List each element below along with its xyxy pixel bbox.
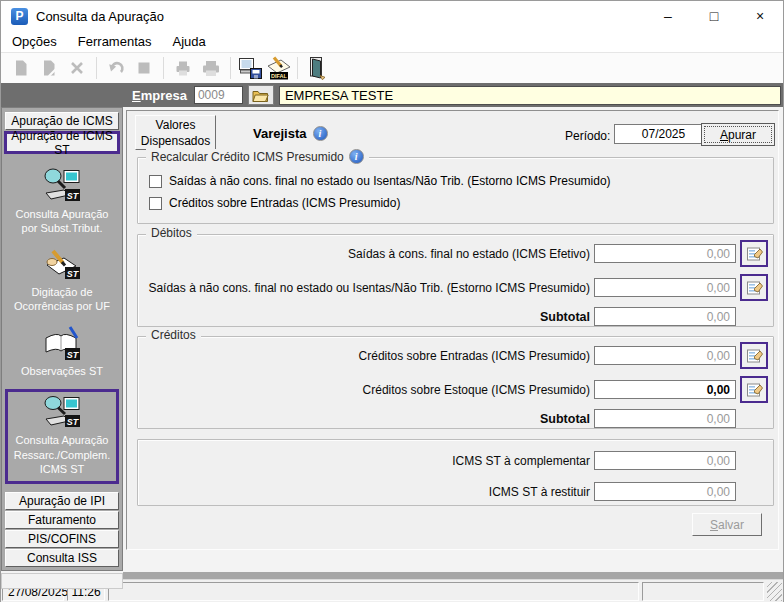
- form-hand-icon: [746, 245, 763, 262]
- toolbar-separator: [163, 57, 164, 79]
- menu-opcoes[interactable]: Opções: [10, 33, 59, 50]
- open-company-button[interactable]: [248, 85, 274, 105]
- creditos-estoque-input[interactable]: 0,00: [594, 380, 736, 399]
- profile-label: Varejista: [253, 126, 307, 141]
- computer-search-st-icon: ST: [40, 167, 84, 205]
- totals-group: ICMS ST à complementar 0,00 ICMS ST à re…: [137, 439, 774, 506]
- difal-icon[interactable]: DIFAL: [264, 55, 292, 81]
- folder-open-icon: [252, 89, 269, 102]
- debitos-saidas-cons-final-input[interactable]: 0,00: [594, 244, 736, 263]
- sidebar: Apuração de ICMS Apuração de ICMS ST ST …: [1, 107, 123, 571]
- sidebar-item-observacoes-st[interactable]: ST Observações ST: [4, 326, 120, 378]
- edit-document-icon: [35, 55, 63, 81]
- empresa-label: Empresa: [132, 88, 187, 103]
- sidebar-item-digitacao-ocorrencias[interactable]: ST Digitação de Ocorrências por UF: [4, 249, 120, 314]
- empresa-code-input[interactable]: 0009: [194, 86, 243, 104]
- status-right-panel: [642, 582, 764, 601]
- print-large-icon: [197, 55, 225, 81]
- icms-st-restituir-input: 0,00: [594, 482, 736, 501]
- content-area: Apuração de ICMS Apuração de ICMS ST ST …: [1, 107, 783, 579]
- info-icon[interactable]: [313, 126, 328, 141]
- debitos-detail-button-2[interactable]: [740, 274, 768, 301]
- sidebar-tab-apuracao-ipi[interactable]: Apuração de IPI: [5, 492, 119, 510]
- toolbar-separator: [297, 57, 298, 79]
- salvar-button[interactable]: Salvar: [692, 513, 762, 536]
- debitos-group: Débitos Saídas à cons. final no estado (…: [137, 234, 774, 327]
- debitos-saidas-nao-cons-input[interactable]: 0,00: [594, 278, 736, 297]
- sidebar-tab-consulta-iss[interactable]: Consulta ISS: [5, 549, 119, 567]
- delete-icon: [63, 55, 91, 81]
- debitos-subtotal-input: 0,00: [594, 307, 736, 326]
- sidebar-tab-apuracao-icms-st-selected[interactable]: Apuração de ICMS ST: [4, 131, 120, 154]
- form-hand-icon: [746, 347, 763, 364]
- menu-bar: Opções Ferramentas Ajuda: [1, 31, 783, 53]
- sidebar-item-label: Consulta Apuração Ressarc./Complem. ICMS…: [14, 433, 111, 476]
- sidebar-item-label: Observações ST: [21, 364, 103, 378]
- resize-grip[interactable]: [767, 582, 782, 601]
- icms-st-complementar-input: 0,00: [594, 451, 736, 470]
- bottom-strip: [123, 572, 783, 579]
- toolbar: DIFAL: [1, 53, 783, 83]
- period-label: Período:: [565, 129, 610, 143]
- svg-text:ST: ST: [67, 191, 80, 201]
- recalc-group: Recalcular Crédito ICMS Presumido Saídas…: [137, 157, 774, 224]
- undo-icon: [102, 55, 130, 81]
- form-hand-icon: [746, 381, 763, 398]
- svg-text:ST: ST: [67, 268, 80, 278]
- creditos-group: Créditos Créditos sobre Entradas (ICMS P…: [137, 336, 774, 429]
- creditos-entradas-input[interactable]: 0,00: [594, 346, 736, 365]
- print-icon: [169, 55, 197, 81]
- app-icon: P: [11, 8, 28, 25]
- debitos-group-title: Débitos: [151, 226, 192, 240]
- period-input[interactable]: 07/2025: [614, 124, 713, 144]
- svg-text:ST: ST: [67, 417, 80, 427]
- window-title: Consulta da Apuração: [36, 9, 164, 24]
- toolbar-separator: [96, 57, 97, 79]
- svg-text:ST: ST: [67, 350, 80, 360]
- menu-ferramentas[interactable]: Ferramentas: [76, 33, 154, 50]
- empresa-name-field: EMPRESA TESTE: [279, 86, 781, 105]
- recalc-group-title: Recalcular Crédito ICMS Presumido: [151, 150, 344, 164]
- empresa-band: Empresa 0009 EMPRESA TESTE: [1, 83, 783, 107]
- checkbox-creditos-entradas[interactable]: [149, 197, 162, 210]
- app-window: P Consulta da Apuração – □ × Opções Ferr…: [0, 0, 784, 602]
- checkbox-estorno-icms-presumido[interactable]: [149, 175, 162, 188]
- sidebar-item-label: Consulta Apuração por Subst.Tribut.: [16, 207, 109, 236]
- main-panel: Valores Dispensados Varejista Período: 0…: [126, 110, 779, 550]
- creditos-group-title: Créditos: [151, 328, 196, 342]
- stop-icon: [130, 55, 158, 81]
- write-st-icon: ST: [40, 249, 84, 283]
- sidebar-bottom-panel: [1, 573, 123, 589]
- maximize-button[interactable]: □: [691, 1, 737, 31]
- checkbox-label: Créditos sobre Entradas (ICMS Presumido): [169, 196, 400, 210]
- sidebar-tab-faturamento[interactable]: Faturamento: [5, 511, 119, 529]
- computer-search-st-icon: ST: [40, 395, 84, 431]
- title-bar: P Consulta da Apuração – □ ×: [1, 1, 783, 31]
- new-document-icon: [7, 55, 35, 81]
- sidebar-tab-apuracao-icms[interactable]: Apuração de ICMS: [5, 112, 119, 130]
- sidebar-tab-apuracao-icms-st[interactable]: Apuração de ICMS ST: [7, 134, 117, 151]
- form-hand-icon: [746, 279, 763, 296]
- sidebar-tab-pis-cofins[interactable]: PIS/COFINS: [5, 530, 119, 548]
- toolbar-separator: [230, 57, 231, 79]
- close-button[interactable]: ×: [737, 1, 783, 31]
- creditos-detail-button-2[interactable]: [740, 376, 768, 403]
- export-computer-icon[interactable]: [236, 55, 264, 81]
- svg-text:DIFAL: DIFAL: [271, 73, 288, 79]
- minimize-button[interactable]: –: [645, 1, 691, 31]
- valores-dispensados-button[interactable]: Valores Dispensados: [135, 115, 216, 150]
- sidebar-item-consulta-subst-tribut[interactable]: ST Consulta Apuração por Subst.Tribut.: [4, 167, 120, 236]
- book-st-icon: ST: [40, 326, 84, 362]
- info-icon[interactable]: [349, 149, 364, 164]
- creditos-subtotal-input: 0,00: [594, 409, 736, 428]
- debitos-detail-button-1[interactable]: [740, 240, 768, 267]
- sidebar-item-consulta-ressarc-complem-selected[interactable]: ST Consulta Apuração Ressarc./Complem. I…: [5, 389, 119, 484]
- menu-ajuda[interactable]: Ajuda: [171, 33, 208, 50]
- apurar-button[interactable]: Apurar: [701, 123, 775, 146]
- exit-door-icon[interactable]: [303, 55, 331, 81]
- creditos-detail-button-1[interactable]: [740, 342, 768, 369]
- checkbox-label: Saídas à não cons. final no estado ou Is…: [169, 174, 611, 188]
- sidebar-item-label: Digitação de Ocorrências por UF: [14, 285, 110, 314]
- status-message-panel: [108, 582, 639, 601]
